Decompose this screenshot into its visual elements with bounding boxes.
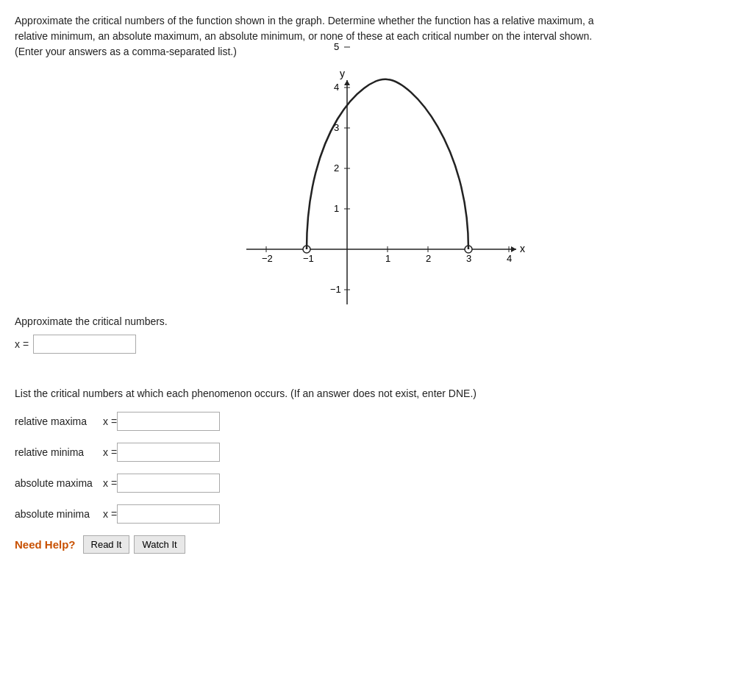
absolute-maxima-eq: x = [103,477,117,489]
label-x-2: 2 [426,253,431,264]
relative-minima-input[interactable] [117,443,220,462]
relative-maxima-eq: x = [103,415,117,427]
relative-maxima-label: relative maxima [15,415,103,427]
x-axis-arrow [511,246,516,252]
absolute-maxima-label: absolute maxima [15,477,103,489]
phenomena-rows: relative maxima x = relative minima x = … [15,412,738,524]
critical-numbers-input[interactable] [33,335,136,354]
function-curve [307,79,468,249]
label-x-3: 3 [466,253,471,264]
critical-x-label: x = [15,338,29,350]
label-y-2: 2 [334,162,339,174]
help-section: Need Help? Read It Watch It [15,535,738,554]
critical-numbers-row: x = [15,335,738,354]
label-x-1: 1 [385,253,390,264]
list-section-label: List the critical numbers at which each … [15,386,738,401]
need-help-label: Need Help? [15,538,76,551]
absolute-maxima-input[interactable] [117,474,220,493]
label-x-4: 4 [507,253,512,264]
label-y-neg1: −1 [330,284,341,295]
absolute-minima-eq: x = [103,508,117,520]
label-x-neg1: −1 [303,253,314,264]
absolute-maxima-row: absolute maxima x = [15,474,738,493]
absolute-minima-label: absolute minima [15,508,103,520]
function-graph: x y −2 −1 1 2 3 4 1 2 3 4 [237,73,516,301]
relative-minima-row: relative minima x = [15,443,738,462]
absolute-minima-row: absolute minima x = [15,504,738,524]
approximate-label: Approximate the critical numbers. [15,315,738,327]
label-x-neg2: −2 [262,253,273,264]
relative-maxima-row: relative maxima x = [15,412,738,431]
relative-minima-label: relative minima [15,446,103,458]
relative-minima-eq: x = [103,446,117,458]
y-axis-label: y [340,68,345,79]
label-y-1: 1 [334,203,339,214]
instructions: Approximate the critical numbers of the … [15,13,738,60]
label-y-4: 4 [334,82,339,93]
x-axis-label: x [520,243,525,254]
read-it-button[interactable]: Read It [83,535,130,554]
absolute-minima-input[interactable] [117,504,220,524]
graph-container: x y −2 −1 1 2 3 4 1 2 3 4 [15,73,738,301]
relative-maxima-input[interactable] [117,412,220,431]
label-y-5: 5 [334,41,339,52]
watch-it-button[interactable]: Watch It [134,535,185,554]
y-axis-arrow [344,80,350,85]
